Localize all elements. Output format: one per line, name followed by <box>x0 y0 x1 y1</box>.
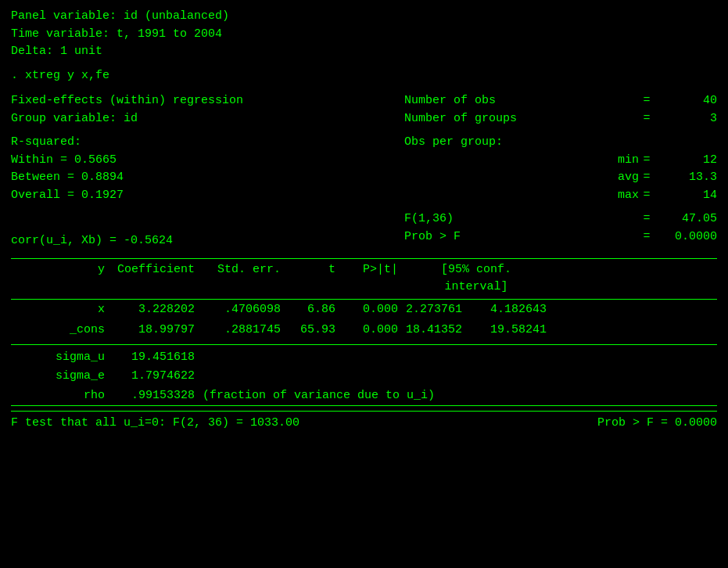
f-eq: = <box>639 210 654 228</box>
row-cons-p: 0.000 <box>343 322 406 340</box>
max-row: max = 14 <box>404 187 717 205</box>
rsquared-label: R-squared: <box>11 134 371 152</box>
right-stats: Number of obs = 40 Number of groups = 3 … <box>404 92 717 250</box>
sigma-e-note <box>203 368 717 386</box>
regression-title: Fixed-effects (within) regression <box>11 92 371 110</box>
num-groups-eq: = <box>639 110 654 128</box>
num-obs-row: Number of obs = 40 <box>404 92 717 110</box>
left-stats: Fixed-effects (within) regression Group … <box>11 92 371 250</box>
row-cons-coef: 18.99797 <box>113 322 203 340</box>
min-eq: = <box>639 152 654 170</box>
table-row: x 3.228202 .4706098 6.86 0.000 2.273761 … <box>11 300 717 321</box>
within: Within = 0.5665 <box>11 152 371 170</box>
avg-eq: = <box>639 169 654 187</box>
sigma-e-label: sigma_e <box>11 368 113 386</box>
command-line: . xtreg y x,fe <box>11 67 717 85</box>
row-x-ci-low: 2.273761 <box>406 301 462 319</box>
f-label: F(1,36) <box>404 210 639 228</box>
sigma-u-label: sigma_u <box>11 349 113 367</box>
command-text: . xtreg y x,fe <box>11 69 109 82</box>
regression-table: y Coefficient Std. err. t P>|t| [95% con… <box>11 258 717 407</box>
overall: Overall = 0.1927 <box>11 187 371 205</box>
max-label: max <box>404 187 639 205</box>
col-header-y: y <box>11 261 113 297</box>
stats-section: Fixed-effects (within) regression Group … <box>11 92 717 250</box>
prob-row: Prob > F = 0.0000 <box>404 228 717 246</box>
obs-per-group-label: Obs per group: <box>404 134 717 152</box>
row-cons-ci-high: 19.58241 <box>490 322 547 340</box>
avg-row: avg = 13.3 <box>404 169 717 187</box>
sigma-section: sigma_u 19.451618 sigma_e 1.7974622 rho … <box>11 344 717 406</box>
min-row: min = 12 <box>404 152 717 170</box>
footer-right: Prob > F = 0.0000 <box>597 415 717 433</box>
num-obs-eq: = <box>639 92 654 110</box>
num-groups-label: Number of groups <box>404 110 639 128</box>
footer-left: F test that all u_i=0: F(2, 36) = 1033.0… <box>11 415 299 433</box>
avg-val: 13.3 <box>654 169 717 187</box>
num-groups-val: 3 <box>654 110 717 128</box>
min-label: min <box>404 152 639 170</box>
corr: corr(u_i, Xb) = -0.5624 <box>11 232 371 250</box>
row-cons-ci: 18.41352 19.58241 <box>406 322 547 340</box>
num-obs-label: Number of obs <box>404 92 639 110</box>
sigma-u-val: 19.451618 <box>113 349 203 367</box>
col-header-p: P>|t| <box>343 261 406 297</box>
max-val: 14 <box>654 187 717 205</box>
rho-row: rho .99153328 (fraction of variance due … <box>11 386 717 406</box>
row-x-ci: 2.273761 4.182643 <box>406 301 547 319</box>
row-x-t: 6.86 <box>289 301 343 319</box>
col-header-stderr: Std. err. <box>203 261 289 297</box>
col-header-ci: [95% conf. interval] <box>406 261 547 297</box>
row-x-stderr: .4706098 <box>203 301 289 319</box>
rho-label: rho <box>11 387 113 405</box>
header-section: Panel variable: id (unbalanced) Time var… <box>11 8 717 61</box>
sigma-e-val: 1.7974622 <box>113 368 203 386</box>
row-cons-ci-low: 18.41352 <box>406 322 462 340</box>
f-row: F(1,36) = 47.05 <box>404 210 717 228</box>
table-row: _cons 18.99797 .2881745 65.93 0.000 18.4… <box>11 320 717 341</box>
prob-val: 0.0000 <box>654 228 717 246</box>
col-header-t: t <box>289 261 343 297</box>
sigma-u-row: sigma_u 19.451618 <box>11 348 717 368</box>
row-x-name: x <box>11 301 113 319</box>
header-line2: Time variable: t, 1991 to 2004 <box>11 26 717 44</box>
avg-label: avg <box>404 169 639 187</box>
sigma-e-row: sigma_e 1.7974622 <box>11 367 717 386</box>
row-x-ci-high: 4.182643 <box>490 301 547 319</box>
row-cons-name: _cons <box>11 322 113 340</box>
row-x-p: 0.000 <box>343 301 406 319</box>
header-line3: Delta: 1 unit <box>11 43 717 61</box>
group-variable: Group variable: id <box>11 110 371 128</box>
header-line1: Panel variable: id (unbalanced) <box>11 8 717 26</box>
f-val: 47.05 <box>654 210 717 228</box>
table-header: y Coefficient Std. err. t P>|t| [95% con… <box>11 259 717 300</box>
row-cons-t: 65.93 <box>289 322 343 340</box>
sigma-u-note <box>203 349 717 367</box>
rho-note: (fraction of variance due to u_i) <box>203 387 717 405</box>
max-eq: = <box>639 187 654 205</box>
between: Between = 0.8894 <box>11 169 371 187</box>
row-x-coef: 3.228202 <box>113 301 203 319</box>
row-cons-stderr: .2881745 <box>203 322 289 340</box>
rho-val: .99153328 <box>113 387 203 405</box>
footer: F test that all u_i=0: F(2, 36) = 1033.0… <box>11 411 717 433</box>
min-val: 12 <box>654 152 717 170</box>
num-obs-val: 40 <box>654 92 717 110</box>
prob-eq: = <box>639 228 654 246</box>
col-header-coef: Coefficient <box>113 261 203 297</box>
num-groups-row: Number of groups = 3 <box>404 110 717 128</box>
prob-label: Prob > F <box>404 228 639 246</box>
